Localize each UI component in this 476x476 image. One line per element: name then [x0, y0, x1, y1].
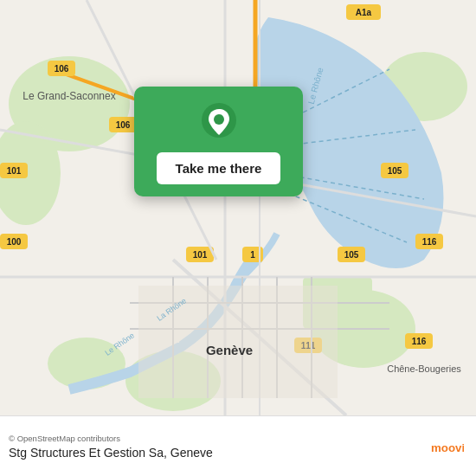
svg-text:116: 116 — [422, 237, 437, 247]
svg-text:106: 106 — [116, 120, 131, 130]
svg-text:100: 100 — [7, 237, 22, 247]
svg-text:116: 116 — [412, 337, 427, 346]
bottom-bar: © OpenStreetMap contributors Stg Structu… — [0, 415, 476, 476]
moovit-logo: moovit — [431, 430, 464, 463]
svg-text:1: 1 — [250, 250, 255, 260]
svg-rect-51 — [138, 286, 338, 398]
bottom-bar-info: © OpenStreetMap contributors Stg Structu… — [9, 434, 213, 460]
pin-icon — [199, 102, 239, 142]
location-popup: Take me there — [134, 87, 303, 196]
svg-text:Genève: Genève — [206, 343, 253, 357]
svg-text:106: 106 — [55, 64, 69, 74]
map-attribution: © OpenStreetMap contributors — [9, 434, 213, 443]
svg-text:Le Grand-Saconnex: Le Grand-Saconnex — [23, 90, 115, 102]
svg-text:105: 105 — [388, 166, 402, 176]
svg-text:101: 101 — [193, 250, 208, 260]
map-container: A1a 106 106 101 101 100 1 105 — [0, 0, 476, 415]
svg-text:A1a: A1a — [356, 8, 372, 17]
svg-text:105: 105 — [344, 250, 359, 260]
svg-text:101: 101 — [7, 166, 22, 176]
svg-point-59 — [214, 114, 224, 125]
svg-text:moovit: moovit — [431, 441, 464, 453]
moovit-logo-svg: moovit — [431, 430, 464, 463]
location-name: Stg Structures Et Gestion Sa, Geneve — [9, 446, 213, 460]
svg-text:Chêne-Bougeries: Chêne-Bougeries — [387, 363, 461, 374]
take-me-there-button[interactable]: Take me there — [157, 152, 281, 184]
